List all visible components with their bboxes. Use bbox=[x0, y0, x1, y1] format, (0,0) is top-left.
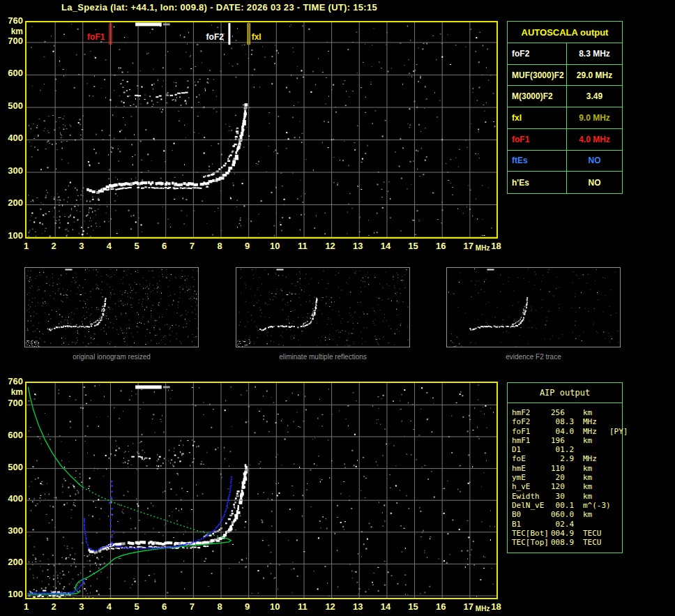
aip-row-label: ymE bbox=[512, 473, 551, 482]
autoscala-row-ftes: ftEsNO bbox=[508, 151, 622, 172]
aip-row-unit: TECU bbox=[583, 529, 609, 538]
x-tick-label: 12 bbox=[321, 241, 340, 251]
aip-row-label: DelN_vE bbox=[512, 501, 551, 510]
aip-row-extra bbox=[609, 436, 622, 445]
x-tick-label: 6 bbox=[156, 241, 174, 251]
aip-row-unit: km bbox=[583, 492, 609, 501]
autoscala-row-hes: h'EsNO bbox=[508, 172, 622, 193]
autoscala-row-value: NO bbox=[567, 172, 622, 193]
thumbnail-caption: original ionogram resized bbox=[24, 353, 199, 361]
bottom-ionogram-plot bbox=[25, 382, 498, 599]
aip-row-label: h_vE bbox=[512, 482, 551, 491]
autoscala-row-label: foF1 bbox=[508, 129, 567, 150]
x-tick-label: 4 bbox=[100, 241, 118, 251]
fof2-marker-label: foF2 bbox=[195, 32, 224, 42]
y-tick-label: 700 bbox=[0, 398, 23, 408]
x-tick-label: 3 bbox=[73, 601, 91, 612]
aip-row-extra bbox=[609, 529, 622, 538]
page-title: La_Spezia (lat: +44.1, lon: 009.8) - DAT… bbox=[61, 2, 377, 13]
x-tick-label: 1 bbox=[17, 601, 36, 612]
thumbnail-canvas bbox=[447, 268, 620, 347]
aip-row-tectop: TEC[Top]008.9TECU bbox=[512, 538, 622, 547]
aip-row-d1: D1 01.2 bbox=[512, 445, 622, 454]
aip-row-unit: TECU bbox=[583, 538, 609, 547]
aip-row-label: Ewidth bbox=[512, 492, 551, 501]
y-axis-unit: km bbox=[0, 27, 23, 36]
x-tick-label: 13 bbox=[349, 601, 367, 612]
autoscala-row-label: h'Es bbox=[508, 172, 567, 193]
autoscala-row-value: 4.0 MHz bbox=[567, 129, 622, 150]
aip-row-label: hmE bbox=[512, 464, 551, 473]
thumbnail-canvas bbox=[236, 268, 409, 347]
aip-row-unit bbox=[583, 520, 609, 529]
y-tick-label: 100 bbox=[0, 231, 23, 241]
aip-row-extra bbox=[609, 510, 622, 519]
aip-row-extra: [PY] bbox=[609, 427, 628, 436]
aip-row-value: 20 bbox=[551, 473, 583, 482]
x-tick-label: 7 bbox=[183, 241, 201, 251]
aip-row-label: hmF1 bbox=[512, 436, 551, 445]
aip-row-extra bbox=[609, 501, 622, 510]
autoscala-row-fof2: foF28.3 MHz bbox=[508, 43, 622, 65]
aip-row-extra bbox=[609, 464, 622, 473]
y-tick-label: 600 bbox=[0, 430, 23, 440]
aip-row-unit: km bbox=[583, 473, 609, 482]
aip-row-label: foE bbox=[512, 454, 551, 463]
autoscala-table-title: AUTOSCALA output bbox=[508, 22, 622, 43]
autoscala-row-value: 29.0 MHz bbox=[567, 65, 622, 86]
aip-row-delnve: DelN_vE 00.1m^(-3) bbox=[512, 501, 622, 510]
aip-row-extra bbox=[609, 538, 622, 547]
autoscala-row-fof1: foF14.0 MHz bbox=[508, 129, 622, 151]
aip-row-value: 110 bbox=[551, 464, 583, 473]
y-tick-label: 700 bbox=[0, 36, 23, 46]
x-tick-label: 16 bbox=[432, 241, 450, 251]
aip-row-label: B1 bbox=[512, 520, 551, 529]
autoscala-row-label: fxI bbox=[508, 107, 567, 128]
x-axis-unit: MHz bbox=[476, 244, 490, 252]
x-tick-label: 12 bbox=[321, 601, 340, 612]
aip-row-value: 02.4 bbox=[551, 520, 583, 529]
thumbnail-original-ionogram bbox=[24, 267, 199, 347]
thumbnail-caption: eliminate multiple reflections bbox=[236, 353, 410, 361]
bottom-ionogram-canvas bbox=[26, 383, 496, 598]
autoscala-row-m3000f2: M(3000)F23.49 bbox=[508, 86, 622, 107]
aip-row-value: 008.9 bbox=[551, 538, 583, 547]
thumbnail-caption: evidence F2 trace bbox=[446, 353, 621, 361]
aip-row-value: 004.9 bbox=[551, 529, 583, 538]
autoscala-row-value: 8.3 MHz bbox=[567, 43, 622, 64]
aip-row-ewidth: Ewidth 30km bbox=[512, 492, 622, 501]
y-tick-label: 600 bbox=[0, 68, 23, 78]
aip-row-unit: MHz bbox=[583, 454, 609, 463]
x-tick-label: 6 bbox=[156, 601, 174, 612]
aip-row-hve: h_vE120km bbox=[512, 482, 622, 491]
autoscala-row-label: ftEs bbox=[508, 151, 567, 172]
aip-row-unit: MHz bbox=[583, 417, 609, 426]
aip-row-label: D1 bbox=[512, 445, 551, 454]
x-tick-label: 5 bbox=[128, 241, 146, 251]
thumbnail-evidence-f2-trace bbox=[446, 267, 621, 347]
thumbnail-canvas bbox=[25, 268, 198, 347]
aip-row-value: 08.3 bbox=[551, 417, 583, 426]
aip-row-value: 196 bbox=[551, 436, 583, 445]
aip-row-unit: km bbox=[583, 510, 609, 519]
x-tick-label: 7 bbox=[183, 601, 201, 612]
aip-row-fof2: foF2 08.3MHz bbox=[512, 417, 622, 426]
x-tick-label: 11 bbox=[294, 241, 312, 251]
y-tick-label: 200 bbox=[0, 198, 23, 208]
aip-row-value: 060.0 bbox=[551, 510, 583, 519]
autoscala-row-value: NO bbox=[567, 151, 622, 172]
y-tick-label: 400 bbox=[0, 133, 23, 143]
aip-row-yme: ymE 20km bbox=[512, 473, 622, 482]
aip-row-extra bbox=[609, 520, 622, 529]
top-ionogram-canvas bbox=[26, 22, 496, 237]
aip-table-title: AIP output bbox=[508, 383, 622, 403]
aip-row-hme: hmE110km bbox=[512, 464, 622, 473]
x-tick-label: 14 bbox=[377, 601, 395, 612]
x-tick-label: 4 bbox=[100, 601, 118, 612]
autoscala-row-value: 3.49 bbox=[567, 86, 622, 107]
x-tick-label: 15 bbox=[404, 601, 423, 612]
aip-row-unit: km bbox=[583, 482, 609, 491]
autoscala-row-value: 9.0 MHz bbox=[567, 107, 622, 128]
x-tick-label: 5 bbox=[128, 601, 146, 612]
aip-row-label: foF1 bbox=[512, 427, 551, 436]
